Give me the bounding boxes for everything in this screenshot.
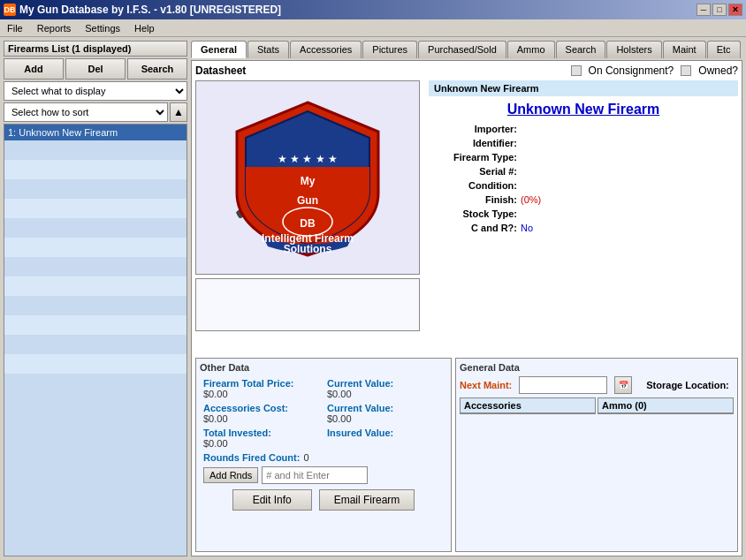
list-item[interactable]: 1: Unknown New Firearm: [4, 125, 186, 140]
owned-checkbox[interactable]: [681, 65, 691, 76]
list-stripe: [4, 276, 186, 296]
accessories-column: Accessories: [460, 397, 596, 414]
list-stripe: [4, 199, 186, 218]
tab-purchased-sold[interactable]: Purchased/Sold: [418, 41, 506, 58]
menu-reports[interactable]: Reports: [34, 21, 75, 35]
display-dropdown-row: Select what to display: [4, 81, 187, 101]
list-header: Firearms List (1 displayed): [4, 41, 187, 57]
other-data-grid: Firearm Total Price: $0.00 Current Value…: [200, 376, 447, 450]
info-field-serial: Serial #:: [429, 165, 738, 178]
svg-text:Gun: Gun: [297, 194, 318, 207]
tab-general[interactable]: General: [191, 41, 247, 58]
firearm-price-field: Firearm Total Price: $0.00: [200, 376, 324, 401]
info-field-condition: Condition:: [429, 179, 738, 192]
calendar-button[interactable]: 📅: [614, 376, 632, 394]
accessories-cost-field: Accessories Cost: $0.00: [200, 401, 324, 426]
logo-svg: ★ ★ ★ ★ ★ My Gun DB Intelligent Firearm: [215, 92, 400, 264]
info-field-type: Firearm Type:: [429, 151, 738, 163]
app-icon: DB: [4, 4, 16, 16]
list-stripe: [4, 315, 186, 335]
list-stripe: [4, 179, 186, 199]
identifier-label: Identifier:: [432, 138, 521, 148]
email-firearm-button[interactable]: Email Firearm: [319, 489, 415, 511]
tab-pictures[interactable]: Pictures: [362, 41, 417, 58]
list-stripe: [4, 218, 186, 238]
tab-bar: General Stats Accessories Pictures Purch…: [191, 41, 742, 58]
close-button[interactable]: ✕: [728, 4, 742, 16]
tab-search[interactable]: Search: [556, 41, 606, 58]
firearm-list: 1: Unknown New Firearm: [4, 124, 187, 556]
sort-dropdown-row: Select how to sort ▲: [4, 102, 187, 122]
info-field-finish: Finish: (0%): [429, 193, 738, 206]
rounds-value: 0: [303, 452, 308, 463]
tab-maint[interactable]: Maint: [663, 41, 706, 58]
window-controls: ─ □ ✕: [697, 4, 742, 16]
list-stripe: [4, 160, 186, 179]
del-button[interactable]: Del: [65, 58, 126, 79]
tab-accessories[interactable]: Accessories: [290, 41, 362, 58]
importer-label: Importer:: [432, 124, 521, 134]
rounds-row: Rounds Fired Count: 0: [200, 450, 447, 465]
tab-etc[interactable]: Etc: [707, 41, 741, 58]
list-stripe: [4, 257, 186, 276]
add-button[interactable]: Add: [4, 58, 64, 79]
general-data-panel: General Data Next Maint: 📅 Storage Locat…: [455, 358, 738, 552]
notes-box[interactable]: [195, 278, 420, 331]
tab-stats[interactable]: Stats: [247, 41, 289, 58]
tab-holsters[interactable]: Holsters: [606, 41, 661, 58]
current-value-field1: Current Value: $0.00: [324, 376, 447, 401]
type-label: Firearm Type:: [432, 152, 521, 163]
stock-label: Stock Type:: [432, 208, 521, 219]
firearm-image: ★ ★ ★ ★ ★ My Gun DB Intelligent Firearm: [195, 80, 420, 275]
next-maint-label: Next Maint:: [460, 380, 512, 390]
minimize-button[interactable]: ─: [697, 4, 711, 16]
menu-bar: File Reports Settings Help: [0, 19, 746, 37]
list-stripe: [4, 238, 186, 257]
candr-value: No: [521, 223, 533, 233]
finish-value: (0%): [521, 194, 541, 205]
general-data-title: General Data: [460, 362, 734, 373]
add-rounds-button[interactable]: Add Rnds: [203, 467, 258, 483]
rounds-input[interactable]: [262, 466, 368, 484]
rounds-label: Rounds Fired Count:: [203, 452, 300, 463]
svg-text:★ ★ ★ ★ ★: ★ ★ ★ ★ ★: [278, 153, 338, 165]
display-dropdown[interactable]: Select what to display: [4, 81, 187, 101]
consignment-checkbox[interactable]: [571, 65, 582, 76]
title-bar: DB My Gun Database by I.F.S. - v1.80 [UN…: [0, 0, 746, 19]
consignment-label: On Consignment?: [589, 64, 674, 77]
other-data-title: Other Data: [200, 362, 447, 373]
total-invested-field: Total Invested: $0.00: [200, 426, 324, 450]
menu-help[interactable]: Help: [131, 21, 158, 35]
owned-label: Owned?: [698, 64, 738, 77]
search-button[interactable]: Search: [127, 58, 187, 79]
tab-ammo[interactable]: Ammo: [507, 41, 555, 58]
maximize-button[interactable]: □: [712, 4, 727, 16]
ammo-header: Ammo (0): [598, 398, 733, 413]
list-stripe: [4, 335, 186, 354]
main-data-area: ★ ★ ★ ★ ★ My Gun DB Intelligent Firearm: [195, 80, 738, 354]
right-panel: General Stats Accessories Pictures Purch…: [191, 41, 742, 556]
image-section: ★ ★ ★ ★ ★ My Gun DB Intelligent Firearm: [195, 80, 425, 354]
menu-file[interactable]: File: [4, 21, 27, 35]
action-buttons: Edit Info Email Firearm: [200, 486, 447, 514]
firearm-title-link[interactable]: Unknown New Firearm: [429, 98, 738, 121]
info-field-candr: C and R?: No: [429, 222, 738, 234]
datasheet-header: Datasheet On Consignment? Owned?: [195, 64, 738, 77]
sort-dropdown[interactable]: Select how to sort: [4, 102, 168, 122]
app-title: My Gun Database by I.F.S. - v1.80 [UNREG…: [19, 4, 281, 16]
datasheet-title: Datasheet: [195, 64, 246, 77]
svg-text:Solutions: Solutions: [284, 243, 332, 255]
edit-info-button[interactable]: Edit Info: [232, 489, 312, 511]
other-data-panel: Other Data Firearm Total Price: $0.00 Cu…: [195, 358, 452, 552]
svg-text:DB: DB: [300, 217, 316, 230]
list-stripe: [4, 140, 186, 160]
info-field-importer: Importer:: [429, 123, 738, 135]
finish-label: Finish:: [432, 194, 521, 205]
sort-asc-button[interactable]: ▲: [170, 102, 187, 122]
next-maint-input[interactable]: [519, 376, 607, 394]
list-controls: Add Del Search: [4, 58, 187, 79]
condition-label: Condition:: [432, 180, 521, 191]
consignment-row: On Consignment? Owned?: [571, 64, 738, 77]
menu-settings[interactable]: Settings: [81, 21, 124, 35]
firearm-name-box: Unknown New Firearm: [429, 80, 738, 96]
